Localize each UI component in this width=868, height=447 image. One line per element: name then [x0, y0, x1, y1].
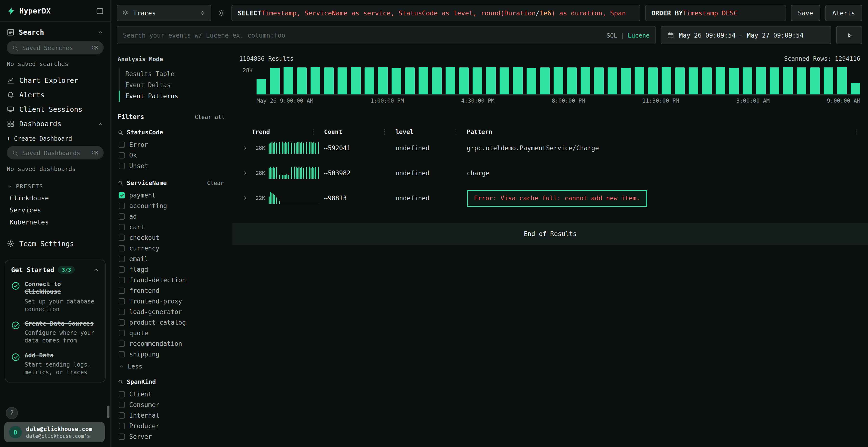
- checkbox[interactable]: [119, 255, 125, 262]
- scrollbar-thumb[interactable]: [107, 406, 110, 418]
- save-button[interactable]: Save: [790, 5, 820, 21]
- collapse-sidebar-icon[interactable]: [96, 7, 104, 15]
- preset-item-clickhouse[interactable]: ClickHouse: [0, 192, 111, 204]
- column-header-level[interactable]: level⋮: [396, 128, 467, 135]
- saved-searches-input[interactable]: Saved Searches ⌘K: [7, 41, 104, 55]
- filter-checkbox-server[interactable]: Server: [118, 431, 227, 442]
- checkbox[interactable]: [119, 152, 125, 158]
- filter-checkbox-product-catalog[interactable]: product-catalog: [118, 317, 227, 328]
- preset-item-kubernetes[interactable]: Kubernetes: [0, 216, 111, 228]
- checkbox[interactable]: [119, 277, 125, 283]
- lucene-mode-toggle[interactable]: Lucene: [628, 32, 650, 39]
- filter-checkbox-email[interactable]: email: [118, 253, 227, 264]
- filter-group-header[interactable]: StatusCode: [118, 129, 227, 136]
- filter-checkbox-cart[interactable]: cart: [118, 221, 227, 232]
- clear-all-button[interactable]: Clear all: [194, 113, 227, 120]
- sidebar-item-client-sessions[interactable]: Client Sessions: [0, 102, 111, 116]
- filter-checkbox-frontend[interactable]: frontend: [118, 285, 227, 296]
- filter-checkbox-error[interactable]: Error: [118, 139, 227, 150]
- search-section-header[interactable]: Search: [0, 26, 111, 41]
- presets-toggle[interactable]: PRESETS: [0, 178, 111, 192]
- filter-checkbox-checkout[interactable]: checkout: [118, 232, 227, 243]
- analysis-mode-results-table[interactable]: Results Table: [119, 68, 227, 79]
- filter-group-header[interactable]: ServiceName Clear: [118, 179, 227, 186]
- filter-group-header[interactable]: SpanKind: [118, 378, 227, 385]
- filter-checkbox-internal[interactable]: Internal: [118, 410, 227, 420]
- checkbox[interactable]: [119, 298, 125, 304]
- checkbox[interactable]: [119, 287, 125, 294]
- preset-item-services[interactable]: Services: [0, 204, 111, 216]
- filter-checkbox-recommendation[interactable]: recommendation: [118, 338, 227, 349]
- expand-chevron-icon[interactable]: [239, 144, 252, 151]
- checkbox[interactable]: [119, 266, 125, 272]
- filter-checkbox-consumer[interactable]: Consumer: [118, 399, 227, 410]
- filter-checkbox-ok[interactable]: Ok: [118, 150, 227, 161]
- checkbox[interactable]: [119, 192, 125, 198]
- checkbox[interactable]: [119, 234, 125, 241]
- column-header-count[interactable]: Count⋮: [324, 128, 396, 135]
- filter-checkbox-load-generator[interactable]: load-generator: [118, 306, 227, 317]
- alerts-button[interactable]: Alerts: [825, 5, 862, 21]
- checkbox[interactable]: [119, 224, 125, 230]
- checkbox[interactable]: [119, 163, 125, 169]
- checkbox[interactable]: [119, 391, 125, 397]
- events-histogram[interactable]: 28K May 26 9:00:00 AM1:00:00 PM4:30:00 P…: [239, 67, 860, 104]
- table-row[interactable]: 28K ~503982 undefined charge: [239, 161, 860, 185]
- filter-checkbox-accounting[interactable]: accounting: [118, 200, 227, 211]
- user-menu[interactable]: D dale@clickhouse.com dale@clickhouse.co…: [4, 422, 105, 442]
- checkbox[interactable]: [119, 319, 125, 325]
- source-settings-button[interactable]: [216, 9, 227, 17]
- date-range-picker[interactable]: May 26 09:09:54 - May 27 09:09:54: [661, 26, 831, 44]
- filter-checkbox-client[interactable]: Client: [118, 389, 227, 399]
- filter-checkbox-quote[interactable]: quote: [118, 328, 227, 338]
- filter-checkbox-currency[interactable]: currency: [118, 243, 227, 253]
- sql-query-editor[interactable]: SELECT Timestamp, ServiceName as service…: [231, 5, 640, 21]
- column-menu-icon[interactable]: ⋮: [853, 128, 860, 135]
- get-started-header[interactable]: Get Started 3/3: [11, 266, 99, 274]
- column-menu-icon[interactable]: ⋮: [453, 128, 467, 135]
- checkbox[interactable]: [119, 340, 125, 347]
- sql-mode-toggle[interactable]: SQL: [607, 32, 617, 39]
- checkbox[interactable]: [119, 203, 125, 209]
- sidebar-item-alerts[interactable]: Alerts: [0, 88, 111, 102]
- help-button[interactable]: ?: [6, 407, 18, 419]
- clear-filter-button[interactable]: Clear: [207, 179, 227, 186]
- column-header-trend[interactable]: Trend⋮: [252, 128, 324, 135]
- table-row[interactable]: 28K ~592041 undefined grpc.oteldemo.Paym…: [239, 135, 860, 161]
- expand-chevron-icon[interactable]: [239, 170, 252, 176]
- column-header-pattern[interactable]: Pattern⋮: [467, 128, 860, 135]
- saved-dashboards-input[interactable]: Saved Dashboards ⌘K: [7, 146, 104, 160]
- histogram-bars[interactable]: [256, 67, 860, 95]
- filter-checkbox-producer[interactable]: Producer: [118, 420, 227, 431]
- filter-checkbox-ad[interactable]: ad: [118, 211, 227, 221]
- filter-checkbox-shipping[interactable]: shipping: [118, 349, 227, 359]
- checkbox[interactable]: [119, 213, 125, 219]
- checkbox[interactable]: [119, 330, 125, 336]
- expand-chevron-icon[interactable]: [239, 195, 252, 201]
- checkbox[interactable]: [119, 351, 125, 357]
- analysis-mode-event-patterns[interactable]: Event Patterns: [119, 91, 227, 102]
- checkbox[interactable]: [119, 423, 125, 429]
- sidebar-item-chart-explorer[interactable]: Chart Explorer: [0, 73, 111, 88]
- column-menu-icon[interactable]: ⋮: [310, 128, 324, 135]
- order-by-editor[interactable]: ORDER BY Timestamp DESC: [645, 5, 786, 21]
- checkbox[interactable]: [119, 309, 125, 315]
- filter-checkbox-unset[interactable]: Unset: [118, 161, 227, 171]
- filter-checkbox-payment[interactable]: payment: [118, 190, 227, 200]
- filter-checkbox-frontend-proxy[interactable]: frontend-proxy: [118, 296, 227, 306]
- event-search-input[interactable]: Search your events w/ Lucene ex. column:…: [117, 26, 656, 44]
- run-query-button[interactable]: [836, 26, 862, 44]
- checkbox[interactable]: [119, 402, 125, 408]
- checkbox[interactable]: [119, 141, 125, 148]
- create-dashboard-button[interactable]: + Create Dashboard: [0, 131, 111, 146]
- sidebar-item-dashboards[interactable]: Dashboards: [0, 116, 111, 131]
- table-row[interactable]: 22K ~98813 undefined Error: Visa cache f…: [239, 185, 860, 210]
- analysis-mode-event-deltas[interactable]: Event Deltas: [119, 79, 227, 91]
- sidebar-item-team-settings[interactable]: Team Settings: [0, 237, 111, 251]
- column-menu-icon[interactable]: ⋮: [381, 128, 396, 135]
- source-select[interactable]: Traces: [117, 5, 211, 21]
- show-less-button[interactable]: Less: [119, 363, 227, 370]
- filter-checkbox-flagd[interactable]: flagd: [118, 264, 227, 275]
- checkbox[interactable]: [119, 433, 125, 440]
- filter-checkbox-fraud-detection[interactable]: fraud-detection: [118, 275, 227, 285]
